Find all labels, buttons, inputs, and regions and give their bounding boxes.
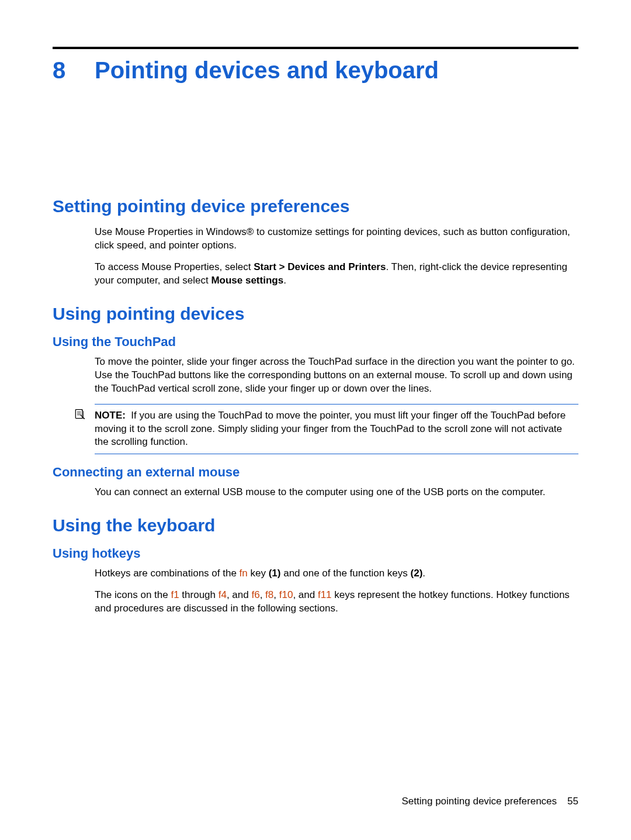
note-text: If you are using the TouchPad to move th…: [95, 410, 566, 448]
note-icon: [74, 408, 85, 420]
text: Hotkeys are combinations of the: [95, 568, 240, 579]
ui-path: Start > Devices and Printers: [254, 261, 386, 272]
top-rule: [53, 47, 578, 49]
footer-text: Setting pointing device preferences: [402, 796, 557, 807]
ui-label: Mouse settings: [211, 275, 283, 286]
key-f10: f10: [279, 589, 293, 600]
paragraph: You can connect an external USB mouse to…: [95, 486, 578, 499]
page-number: 55: [567, 796, 578, 807]
text: ,: [260, 589, 265, 600]
key-f1: f1: [171, 589, 179, 600]
chapter-number: 8: [53, 57, 95, 84]
page: 8 Pointing devices and keyboard Setting …: [0, 0, 631, 840]
section-body-preferences: Use Mouse Properties in Windows® to cust…: [95, 226, 578, 288]
key-f4: f4: [219, 589, 227, 600]
text: ,: [273, 589, 279, 600]
registered-symbol: ®: [247, 226, 254, 237]
text: Use Mouse Properties in Windows: [95, 226, 247, 237]
text: through: [179, 589, 219, 600]
paragraph: To access Mouse Properties, select Start…: [95, 261, 578, 288]
paragraph: Use Mouse Properties in Windows® to cust…: [95, 226, 578, 253]
key-fn: fn: [240, 568, 248, 579]
section-heading-preferences: Setting pointing device preferences: [53, 196, 578, 216]
subheading-touchpad: Using the TouchPad: [53, 334, 578, 350]
note-box: NOTE: If you are using the TouchPad to m…: [95, 404, 578, 455]
text: , and: [227, 589, 252, 600]
hotkeys-body: Hotkeys are combinations of the fn key (…: [95, 567, 578, 616]
touchpad-body: To move the pointer, slide your finger a…: [95, 355, 578, 396]
text: , and: [293, 589, 318, 600]
key-f11: f11: [318, 589, 332, 600]
paragraph: Hotkeys are combinations of the fn key (…: [95, 567, 578, 580]
paragraph: To move the pointer, slide your finger a…: [95, 355, 578, 396]
key-f8: f8: [265, 589, 273, 600]
spacer: [53, 84, 578, 180]
chapter-title: Pointing devices and keyboard: [95, 57, 439, 84]
page-footer: Setting pointing device preferences55: [402, 796, 578, 807]
callout: (1): [269, 568, 281, 579]
section-heading-keyboard: Using the keyboard: [53, 516, 578, 535]
paragraph: The icons on the f1 through f4, and f6, …: [95, 589, 578, 616]
text: To access Mouse Properties, select: [95, 261, 254, 272]
note-label: NOTE:: [95, 410, 126, 421]
text: key: [248, 568, 269, 579]
key-f6: f6: [251, 589, 259, 600]
subheading-external-mouse: Connecting an external mouse: [53, 465, 578, 480]
svg-rect-0: [75, 409, 82, 418]
subheading-hotkeys: Using hotkeys: [53, 546, 578, 561]
chapter-heading: 8 Pointing devices and keyboard: [53, 57, 578, 84]
external-mouse-body: You can connect an external USB mouse to…: [95, 486, 578, 499]
text: .: [283, 275, 286, 286]
section-heading-using-devices: Using pointing devices: [53, 304, 578, 324]
text: and one of the function keys: [280, 568, 410, 579]
callout: (2): [411, 568, 423, 579]
text: .: [422, 568, 425, 579]
text: The icons on the: [95, 589, 171, 600]
